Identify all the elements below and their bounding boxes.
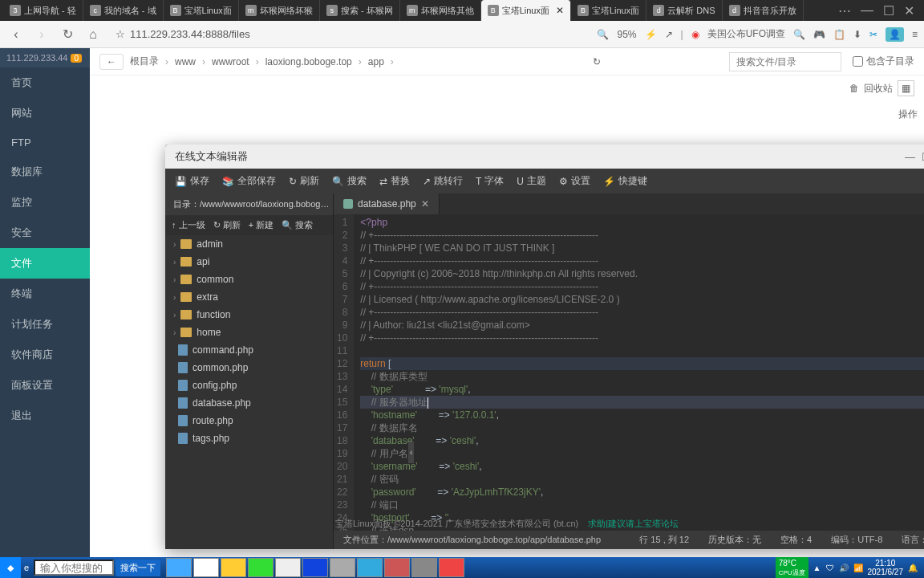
zoom-icon[interactable]: 🔍 (597, 29, 609, 40)
code-line[interactable]: // 数据库类型 (360, 370, 924, 383)
breadcrumb-refresh-icon[interactable]: ↻ (593, 56, 601, 67)
code-line[interactable] (360, 344, 924, 357)
tree-tool-button[interactable]: ↑ 上一级 (172, 219, 205, 231)
start-button[interactable]: ◆ (0, 557, 21, 578)
tree-folder[interactable]: ›function (165, 306, 333, 324)
status-history[interactable]: 历史版本：无 (708, 534, 761, 546)
editor-menu-item[interactable]: ⚡快捷键 (603, 174, 647, 188)
browser-tab[interactable]: d抖音音乐开放 (723, 0, 804, 21)
tab-close-icon[interactable]: ✕ (556, 5, 564, 16)
ie-icon[interactable]: e (21, 563, 32, 572)
editor-menu-item[interactable]: 📚全部保存 (222, 174, 276, 188)
tree-file[interactable]: common.php (165, 359, 333, 377)
minimize-icon[interactable]: — (861, 3, 873, 18)
editor-file-tab[interactable]: database.php ✕ (334, 193, 440, 214)
tree-folder[interactable]: ›admin (165, 235, 333, 253)
taskbar-app-icon[interactable] (330, 558, 355, 577)
code-line[interactable]: 'hostname' => '127.0.0.1', (360, 409, 924, 421)
code-editor[interactable]: database.php ✕ 1234567891011121314151617… (334, 193, 924, 549)
code-line[interactable]: 'username' => 'ceshi', (360, 460, 924, 473)
overflow-icon[interactable]: ⋯ (838, 3, 851, 18)
code-line[interactable]: // +------------------------------------… (360, 280, 924, 293)
taskbar-app-icon[interactable] (302, 558, 328, 577)
file-search-input[interactable] (729, 52, 841, 71)
code-line[interactable]: return [ (360, 357, 924, 370)
taskbar-app-icon[interactable] (357, 558, 383, 577)
taskbar-app-icon[interactable] (221, 558, 246, 577)
flash-icon[interactable]: ⚡ (645, 29, 657, 40)
taskbar-search-input[interactable] (34, 560, 114, 576)
status-space[interactable]: 空格：4 (780, 534, 812, 546)
tray-icon[interactable]: 🛡 (826, 564, 834, 572)
tree-folder[interactable]: ›api (165, 253, 333, 271)
browser-tab[interactable]: m坏猴网络其他 (400, 0, 481, 21)
code-line[interactable]: // +------------------------------------… (360, 254, 924, 267)
browser-tab[interactable]: B宝塔Linux面 (571, 0, 646, 21)
status-encoding[interactable]: 编码：UTF-8 (831, 534, 882, 546)
code-line[interactable]: 'password' => 'AzJypLmhTfK23jKY', (360, 486, 924, 499)
code-content[interactable]: <?php// +-------------------------------… (354, 214, 924, 531)
news-link[interactable]: 美国公布UFO调查 (707, 27, 785, 41)
menu-icon[interactable]: ≡ (912, 29, 918, 40)
tray-icon[interactable]: 🔊 (839, 564, 849, 572)
taskbar-app-icon[interactable] (166, 558, 192, 577)
taskbar-search-button[interactable]: 搜索一下 (116, 560, 160, 576)
browser-tab[interactable]: m坏猴网络坏猴 (239, 0, 320, 21)
editor-menu-item[interactable]: ↗跳转行 (423, 174, 463, 188)
breadcrumb-part[interactable]: www (175, 56, 196, 67)
extension-icon[interactable]: 📋 (833, 29, 845, 40)
maximize-icon[interactable]: ☐ (883, 3, 894, 18)
code-line[interactable]: // 密码 (360, 473, 924, 486)
editor-menu-item[interactable]: ⇄替换 (379, 174, 410, 188)
status-language[interactable]: 语言：PHP (902, 534, 924, 546)
code-line[interactable]: // 数据库名 (360, 421, 924, 434)
code-line[interactable]: // | Author: liu21st <liu21st@gmail.com> (360, 319, 924, 332)
tree-collapse-icon[interactable]: ‹ (408, 442, 414, 463)
search-icon[interactable]: 🔍 (793, 29, 805, 40)
sidebar-item[interactable]: 安全 (0, 218, 90, 248)
code-line[interactable]: 'database' => 'ceshi', (360, 434, 924, 447)
sidebar-item[interactable]: 监控 (0, 187, 90, 218)
sidebar-item[interactable]: 终端 (0, 279, 90, 309)
screenshot-icon[interactable]: ✂ (869, 29, 877, 40)
tray-icon[interactable]: 📶 (853, 564, 863, 572)
code-line[interactable]: // | Licensed ( http://www.apache.org/li… (360, 293, 924, 306)
url-input[interactable]: ☆ 111.229.233.44:8888/files (109, 28, 590, 40)
breadcrumb-part[interactable]: app (368, 56, 384, 67)
taskbar-app-icon[interactable] (275, 558, 301, 577)
tree-tool-button[interactable]: 🔍 搜索 (282, 219, 313, 231)
footer-link[interactable]: 求助|建议请上宝塔论坛 (588, 518, 679, 530)
code-line[interactable]: // 服务器地址 (360, 396, 924, 409)
tree-folder[interactable]: ›home (165, 324, 333, 341)
editor-menu-item[interactable]: 💾保存 (175, 174, 209, 188)
sidebar-item[interactable]: 软件商店 (0, 340, 90, 370)
taskbar-app-icon[interactable] (439, 558, 464, 577)
code-line[interactable]: <?php (360, 216, 924, 229)
breadcrumb-back-button[interactable]: ← (99, 54, 124, 70)
user-icon[interactable]: 👤 (886, 27, 904, 42)
include-subdirs-checkbox[interactable]: 包含子目录 (853, 55, 914, 68)
tree-tool-button[interactable]: ↻ 刷新 (213, 219, 241, 231)
nav-back-icon[interactable]: ‹ (6, 25, 26, 44)
tree-file[interactable]: tags.php (165, 429, 333, 447)
code-line[interactable]: // +------------------------------------… (360, 306, 924, 319)
editor-menu-item[interactable]: ⚙设置 (559, 174, 590, 188)
tree-folder[interactable]: ›common (165, 271, 333, 288)
popout-icon[interactable]: ↗ (665, 29, 673, 40)
sidebar-item[interactable]: 计划任务 (0, 309, 90, 340)
sidebar-item[interactable]: FTP (0, 128, 90, 157)
editor-menu-item[interactable]: T字体 (476, 174, 504, 188)
tree-file[interactable]: config.php (165, 377, 333, 394)
browser-tab[interactable]: c我的域名 - 域 (83, 0, 164, 21)
notification-badge[interactable]: 0 (71, 54, 82, 63)
tree-file[interactable]: route.php (165, 412, 333, 429)
sidebar-item[interactable]: 数据库 (0, 157, 90, 187)
game-icon[interactable]: 🎮 (813, 29, 825, 40)
breadcrumb-root[interactable]: 根目录 (130, 55, 159, 68)
code-line[interactable]: // +------------------------------------… (360, 332, 924, 344)
code-line[interactable]: // 用户名 (360, 447, 924, 460)
code-line[interactable]: // | Copyright (c) 2006~2018 http://thin… (360, 267, 924, 280)
nav-forward-icon[interactable]: › (32, 25, 51, 44)
reload-icon[interactable]: ↻ (58, 25, 77, 44)
browser-tab[interactable]: 3上网导航 - 轻 (3, 0, 83, 21)
